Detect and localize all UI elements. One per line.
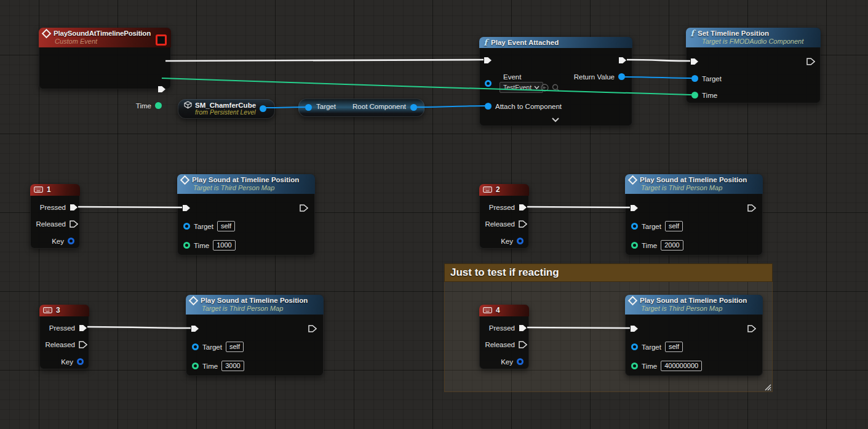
node-play-event-attached[interactable]: f Play Event Attached Event Return Value… (479, 37, 632, 126)
wire-obj-rootcomponent-attach[interactable] (416, 106, 485, 107)
wire-exec-key4-playsound4[interactable] (527, 327, 630, 328)
time-in-pin[interactable] (183, 242, 190, 249)
attach-to-component-in-pin[interactable] (485, 103, 492, 110)
target-in-pin[interactable] (192, 343, 199, 350)
breakpoint-icon[interactable] (156, 34, 167, 46)
node-key-4[interactable]: 4 Pressed Released Key (479, 305, 529, 369)
node-key-1[interactable]: 1 Pressed Released Key (30, 184, 80, 249)
time-in-pin[interactable] (691, 92, 698, 98)
wire-exec-key3-playsound3[interactable] (87, 327, 191, 328)
node-custom-event[interactable]: PlaySoundAtTimelinePosition Custom Event… (39, 28, 171, 89)
released-exec-out-pin[interactable] (519, 220, 527, 228)
chevron-expand-icon[interactable] (551, 118, 560, 122)
target-in-pin[interactable] (631, 223, 638, 230)
function-icon: f (690, 30, 694, 36)
event-in-pin[interactable] (485, 80, 492, 87)
pin-label-time: Time (702, 92, 717, 99)
pressed-exec-out-pin[interactable] (519, 203, 527, 212)
time-value-field[interactable]: 1000 (213, 240, 235, 251)
node-set-timeline-position[interactable]: f Set Timeline Position Target is FMODAu… (686, 28, 821, 103)
node-sm-chamfercube[interactable]: SM_ChamferCube from Persistent Level (178, 99, 275, 119)
key-out-pin[interactable] (517, 238, 524, 244)
exec-in-pin[interactable] (630, 324, 639, 333)
node-play-sound-3[interactable]: Play Sound at Timeline Position Target i… (186, 295, 324, 376)
time-value-field[interactable]: 2000 (661, 240, 683, 251)
key-out-pin[interactable] (68, 238, 74, 244)
node-key-3[interactable]: 3 Pressed Released Key (39, 305, 89, 369)
node-subtitle: from Persistent Level (195, 109, 256, 116)
exec-in-pin[interactable] (630, 204, 639, 212)
exec-out-pin[interactable] (308, 324, 317, 333)
exec-in-pin[interactable] (191, 324, 199, 333)
target-value-field[interactable]: self (217, 221, 235, 231)
pin-label-pressed: Pressed (489, 324, 515, 332)
pin-label-target: Target (642, 223, 661, 230)
time-out-pin[interactable] (155, 102, 162, 109)
node-play-sound-1[interactable]: Play Sound at Timeline Position Target i… (177, 174, 315, 255)
target-in-pin[interactable] (691, 75, 698, 82)
pressed-exec-out-pin[interactable] (79, 324, 87, 332)
cube-icon (184, 101, 192, 109)
pin-label-time: Time (136, 102, 151, 110)
exec-out-pin[interactable] (618, 56, 627, 65)
target-value-field[interactable]: self (226, 342, 244, 352)
wire-exec-key2-playsound2[interactable] (527, 207, 630, 207)
target-value-field[interactable]: self (665, 342, 683, 352)
target-in-pin[interactable] (183, 223, 190, 230)
key-out-pin[interactable] (517, 358, 524, 365)
node-subtitle: Target is Third Person Map (193, 184, 309, 191)
wire-exec-playevent-settimeline[interactable] (627, 60, 690, 61)
resize-handle-icon[interactable] (763, 383, 771, 391)
time-value-field[interactable]: 400000000 (661, 361, 702, 371)
target-in-pin[interactable] (305, 104, 312, 111)
key-out-pin[interactable] (77, 358, 84, 365)
wire-obj-returnvalue-target[interactable] (624, 77, 691, 78)
blueprint-graph-canvas[interactable]: Just to test if reacting PlaySoundAtTime… (0, 0, 868, 429)
time-in-pin[interactable] (192, 363, 199, 369)
keyboard-icon (43, 307, 52, 313)
node-play-sound-4[interactable]: Play Sound at Timeline Position Target i… (625, 295, 763, 376)
pressed-exec-out-pin[interactable] (70, 203, 78, 212)
node-title: 1 (47, 185, 51, 194)
time-in-pin[interactable] (631, 242, 638, 249)
pressed-exec-out-pin[interactable] (519, 324, 527, 332)
keyboard-icon (483, 186, 492, 193)
exec-out-pin[interactable] (747, 204, 756, 212)
exec-in-pin[interactable] (182, 204, 191, 212)
pin-label-key: Key (61, 358, 73, 366)
pin-label-released: Released (36, 220, 66, 228)
return-value-out-pin[interactable] (618, 73, 625, 80)
comment-header[interactable]: Just to test if reacting (444, 263, 773, 282)
target-value-field[interactable]: self (665, 221, 683, 231)
event-call-icon (189, 295, 199, 305)
exec-out-pin[interactable] (157, 85, 166, 94)
pin-label-key: Key (501, 238, 513, 245)
node-play-sound-2[interactable]: Play Sound at Timeline Position Target i… (625, 174, 763, 255)
time-value-field[interactable]: 3000 (221, 361, 244, 371)
node-get-root-component[interactable]: Target Root Component (298, 98, 424, 117)
node-title: 3 (56, 306, 60, 315)
pin-label-target: Target (202, 343, 222, 351)
wire-exec-customevent-playevent[interactable] (165, 60, 484, 61)
wire-obj-smcube-target[interactable] (266, 107, 306, 108)
event-asset-dropdown[interactable]: TestEvent (500, 82, 543, 93)
time-in-pin[interactable] (631, 363, 638, 369)
pin-label-pressed: Pressed (489, 204, 515, 211)
pin-label-time: Time (642, 363, 657, 370)
target-in-pin[interactable] (631, 343, 638, 350)
exec-in-pin[interactable] (484, 56, 492, 65)
exec-out-pin[interactable] (300, 204, 308, 212)
released-exec-out-pin[interactable] (519, 340, 527, 349)
node-subtitle: Target is Third Person Map (641, 184, 757, 191)
wire-exec-key1-playsound1[interactable] (78, 207, 182, 207)
node-key-2[interactable]: 2 Pressed Released Key (479, 184, 529, 249)
exec-in-pin[interactable] (690, 57, 699, 66)
released-exec-out-pin[interactable] (70, 220, 78, 228)
released-exec-out-pin[interactable] (79, 340, 87, 349)
object-out-pin[interactable] (410, 104, 417, 111)
exec-out-pin[interactable] (806, 57, 815, 66)
node-title: Play Sound at Timeline Position (640, 176, 747, 183)
exec-out-pin[interactable] (747, 324, 756, 333)
node-subtitle: Custom Event (55, 38, 165, 45)
object-out-pin[interactable] (260, 105, 266, 112)
